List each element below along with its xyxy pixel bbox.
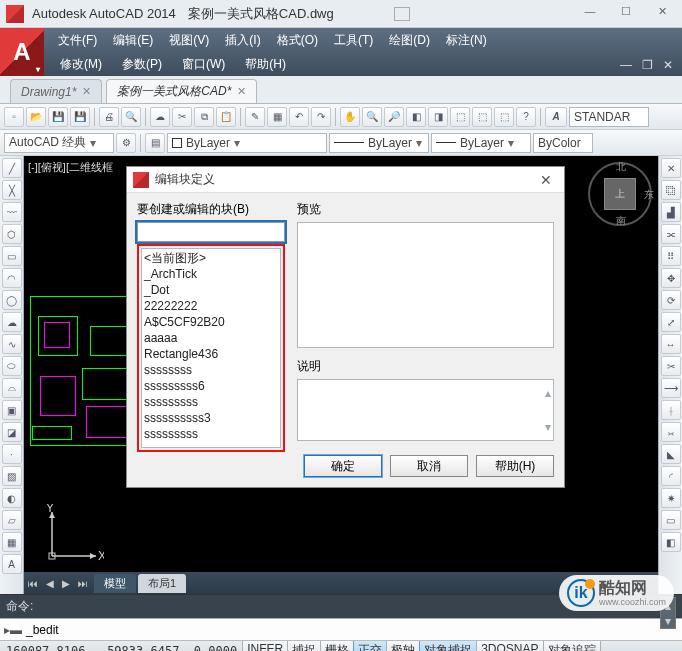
plot-icon[interactable]: 🖨 [99,107,119,127]
revcloud-icon[interactable]: ☁ [2,312,22,332]
mirror-icon[interactable]: ▟ [661,202,681,222]
menu-help[interactable]: 帮助(H) [235,56,296,73]
join-icon[interactable]: ⟗ [661,422,681,442]
pan-icon[interactable]: ✋ [340,107,360,127]
tab-nav-prev-icon[interactable]: ◀ [42,578,58,589]
menu-dimension[interactable]: 标注(N) [438,32,495,49]
tab-nav-next-icon[interactable]: ▶ [58,578,74,589]
menu-param[interactable]: 参数(P) [112,56,172,73]
textstyle-a-icon[interactable]: A [545,107,567,127]
polygon-icon[interactable]: ⬡ [2,224,22,244]
plotstyle-combo[interactable]: ByColor [533,133,593,153]
tab-close-icon[interactable]: ✕ [82,85,91,98]
status-toggle[interactable]: 对象捕捉 [419,640,477,651]
layout1-tab[interactable]: 布局1 [138,574,186,593]
block-list-item[interactable]: _Dot [144,282,278,298]
break-icon[interactable]: ⟊ [661,400,681,420]
coordinates-readout[interactable]: 160087.8106, -59833.6457, 0.0000 [0,644,243,652]
block-list-item[interactable]: sssssssss [144,394,278,410]
menu-draw[interactable]: 绘图(D) [381,32,438,49]
zoom-icon[interactable]: 🔍 [362,107,382,127]
menu-modify[interactable]: 修改(M) [50,56,112,73]
lineweight-combo[interactable]: ByLayer▾ [431,133,531,153]
block-listbox[interactable]: <当前图形>_ArchTick_Dot22222222A$C5CF92B20aa… [141,248,281,448]
dialog-titlebar[interactable]: 编辑块定义 ✕ [127,167,564,193]
application-menu-button[interactable]: A▾ [0,28,44,76]
copy-icon[interactable]: ⧉ [194,107,214,127]
block-list-item[interactable]: Rectangle436 [144,346,278,362]
status-toggle[interactable]: 极轴 [386,640,420,651]
copy-obj-icon[interactable]: ⿻ [661,180,681,200]
spline-icon[interactable]: ∿ [2,334,22,354]
dialog-close-button[interactable]: ✕ [534,172,558,188]
preview-icon[interactable]: 🔍 [121,107,141,127]
save-icon[interactable]: 💾 [48,107,68,127]
command-input-row[interactable]: ▸▬ _bedit [0,618,682,640]
mtext-icon[interactable]: A [2,554,22,574]
layer-icon[interactable]: ▤ [145,133,165,153]
block-list-item[interactable]: ssssssss [144,362,278,378]
status-toggle[interactable]: 3DOSNAP [476,640,543,651]
menu-edit[interactable]: 编辑(E) [105,32,161,49]
cut-icon[interactable]: ✂ [172,107,192,127]
scroll-arrows-icon[interactable]: ▴▾ [545,386,551,434]
doc-close-button[interactable]: ✕ [660,58,676,72]
search-box-icon[interactable] [394,7,410,21]
insert-icon[interactable]: ▣ [2,400,22,420]
gear-icon[interactable]: ⚙ [116,133,136,153]
arc-icon[interactable]: ◠ [2,268,22,288]
line-icon[interactable]: ╱ [2,158,22,178]
pline-icon[interactable]: 〰 [2,202,22,222]
block-list-item[interactable]: A$C5CF92B20 [144,314,278,330]
viewcube[interactable]: 上 北 东 南 [588,162,652,226]
viewport-label[interactable]: [-][俯视][二维线框 [28,160,113,175]
menu-tools[interactable]: 工具(T) [326,32,381,49]
tool-icon[interactable]: ◧ [661,532,681,552]
tool-icon[interactable]: ⬚ [450,107,470,127]
chamfer-icon[interactable]: ◣ [661,444,681,464]
tool-icon[interactable]: ◨ [428,107,448,127]
menu-view[interactable]: 视图(V) [161,32,217,49]
zoom-icon[interactable]: 🔎 [384,107,404,127]
extend-icon[interactable]: ⟶ [661,378,681,398]
maximize-button[interactable]: ☐ [610,0,642,22]
status-toggle[interactable]: 栅格 [320,640,354,651]
layer-color-combo[interactable]: ByLayer▾ [167,133,327,153]
explode-icon[interactable]: ✷ [661,488,681,508]
tab-nav-first-icon[interactable]: ⏮ [24,578,42,589]
fillet-icon[interactable]: ◜ [661,466,681,486]
close-button[interactable]: ✕ [646,0,678,22]
match-icon[interactable]: ✎ [245,107,265,127]
array-icon[interactable]: ⠿ [661,246,681,266]
xline-icon[interactable]: ╳ [2,180,22,200]
saveas-icon[interactable]: 💾 [70,107,90,127]
stretch-icon[interactable]: ↔ [661,334,681,354]
tab-close-icon[interactable]: ✕ [237,85,246,98]
ellipse-icon[interactable]: ⬭ [2,356,22,376]
tab-current-doc[interactable]: 案例一美式风格CAD* ✕ [106,79,257,103]
tab-drawing1[interactable]: Drawing1* ✕ [10,79,102,103]
publish-icon[interactable]: ☁ [150,107,170,127]
block-list-item[interactable]: <当前图形> [144,250,278,266]
block-name-input[interactable] [137,222,285,242]
rect-icon[interactable]: ▭ [2,246,22,266]
tool-icon[interactable]: ◧ [406,107,426,127]
tool-icon[interactable]: ⬚ [494,107,514,127]
move-icon[interactable]: ✥ [661,268,681,288]
workspace-combo[interactable]: AutoCAD 经典▾ [4,133,114,153]
new-icon[interactable]: ▫ [4,107,24,127]
rotate-icon[interactable]: ⟳ [661,290,681,310]
cancel-button[interactable]: 取消 [390,455,468,477]
linetype-combo[interactable]: ByLayer▾ [329,133,429,153]
erase-icon[interactable]: ✕ [661,158,681,178]
tool-icon[interactable]: ⬚ [472,107,492,127]
block-list-item[interactable]: 22222222 [144,298,278,314]
block-list-item[interactable]: ssssssssss [144,442,278,448]
menu-insert[interactable]: 插入(I) [217,32,268,49]
paste-icon[interactable]: 📋 [216,107,236,127]
undo-icon[interactable]: ↶ [289,107,309,127]
offset-icon[interactable]: ⫘ [661,224,681,244]
point-icon[interactable]: · [2,444,22,464]
block-list-item[interactable]: _ArchTick [144,266,278,282]
viewcube-top[interactable]: 上 [604,178,636,210]
